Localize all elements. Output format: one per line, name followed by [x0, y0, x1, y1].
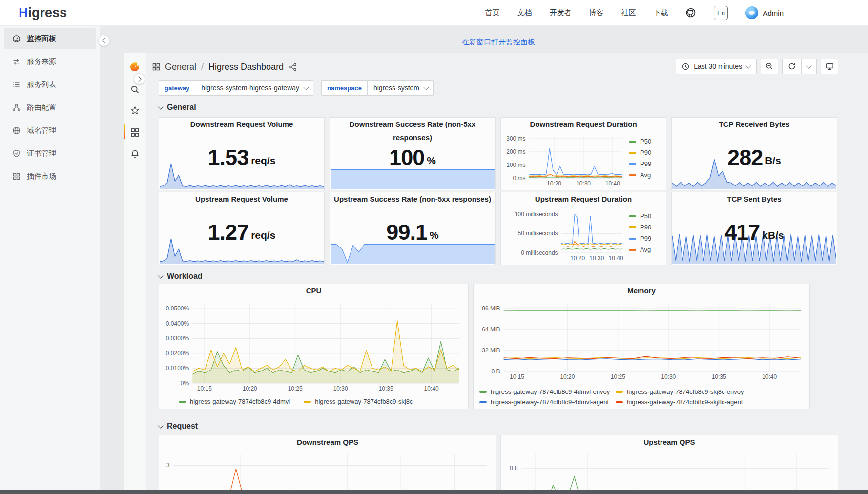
y-axis-label: 3 [166, 462, 170, 469]
sidebar-item-monitor-panel[interactable]: 监控面板 [4, 28, 96, 49]
logo-h: H [19, 5, 28, 20]
share-icon[interactable] [289, 63, 297, 71]
y-axis-label: 32 MiB [482, 347, 500, 354]
dashboards-icon[interactable] [124, 125, 146, 140]
y-axis-label: 0.0100% [166, 365, 189, 371]
legend-item[interactable]: P50 [629, 212, 664, 220]
legend-item[interactable]: higress-gateway-7874cfb8c9-skj8c-agent [616, 398, 744, 406]
legend-swatch [616, 391, 623, 393]
panel-title[interactable]: Downstream Request Duration [501, 118, 666, 131]
downstream_qps-svg: 10:1510:2010:2510:3010:3510:403210 [163, 450, 491, 490]
sidebar-item-service-list[interactable]: 服务列表 [4, 74, 96, 95]
panel-title[interactable]: Downstream Request Volume [159, 118, 324, 131]
section-title: Request [167, 422, 198, 431]
refresh-interval-button[interactable] [801, 59, 817, 74]
higress-logo[interactable]: Higress [19, 5, 67, 21]
route-icon [12, 103, 21, 112]
legend-swatch [479, 401, 487, 403]
variable-gateway-select[interactable]: higress-system-higress-gateway [195, 80, 313, 96]
sidebar-item-plugin-market[interactable]: 插件市场 [4, 166, 96, 186]
panel-title[interactable]: CPU [159, 284, 468, 297]
sidebar-item-domain-management[interactable]: 域名管理 [4, 120, 96, 141]
sidebar-item-label: 监控面板 [27, 34, 56, 43]
legend-item[interactable]: P90 [629, 224, 664, 231]
sidebar-item-certificate-management[interactable]: 证书管理 [4, 143, 96, 164]
panel-title[interactable]: Upstream Success Rate (non-5xx responses… [330, 192, 495, 206]
nav-download[interactable]: 下载 [653, 8, 668, 18]
timeseries-chart[interactable]: 10:1510:2010:2510:3010:3510:403210 [163, 450, 491, 490]
panel-tcp-received-bytes: TCP Received Bytes 282B/s [671, 117, 837, 190]
sidebar-collapse-button[interactable] [98, 35, 110, 46]
panel-title[interactable]: Memory [474, 284, 809, 297]
panel-downstream-success-rate: Downstream Success Rate (non-5xx respons… [330, 117, 496, 190]
timeseries-chart[interactable]: 10:2010:3010:400 milliseconds50 millisec… [503, 206, 626, 263]
nav-docs[interactable]: 文档 [517, 8, 532, 18]
sidebar-item-route-config[interactable]: 路由配置 [4, 97, 96, 118]
legend-item[interactable]: P99 [629, 160, 664, 167]
series-line [521, 476, 829, 490]
nav-blog[interactable]: 博客 [589, 8, 603, 18]
kiosk-mode-button[interactable] [821, 59, 838, 74]
sidebar-item-service-source[interactable]: 服务来源 [4, 51, 96, 72]
series-line [529, 177, 622, 178]
timeseries-chart[interactable]: 10:1510:2010:2510:3010:3510:400.80.60.40… [505, 450, 833, 490]
open-dashboard-link[interactable]: 在新窗口打开监控面板 [159, 38, 838, 47]
legend-item[interactable]: Avg [629, 246, 664, 253]
breadcrumb-folder[interactable]: General [165, 62, 196, 72]
legend-label: Avg [640, 246, 651, 253]
search-icon[interactable] [124, 82, 146, 97]
timeseries-chart[interactable]: 10:1510:2010:2510:3010:3510:400%0.0100%0… [163, 299, 463, 393]
legend-item[interactable]: higress-gateway-7874cfb8c9-4dmvl-agent [479, 398, 610, 406]
nav-developer[interactable]: 开发者 [549, 8, 571, 18]
legend-item[interactable]: Avg [629, 171, 664, 179]
star-icon[interactable] [124, 103, 146, 118]
panel-title[interactable]: Upstream Request Volume [159, 192, 324, 206]
panel-title[interactable]: Upstream QPS [501, 435, 838, 449]
section-general[interactable]: General [159, 102, 196, 113]
series-line [173, 469, 487, 490]
timeseries-chart[interactable]: 10:2010:3010:400 ms100 ms200 ms300 ms [503, 131, 626, 188]
variable-namespace-select[interactable]: higress-system [368, 80, 434, 96]
panel-title[interactable]: TCP Sent Bytes [672, 192, 837, 206]
language-toggle[interactable]: En [714, 6, 728, 20]
legend-item[interactable]: P50 [629, 138, 664, 145]
refresh-button[interactable] [782, 59, 801, 74]
variable-namespace-value: higress-system [373, 84, 419, 92]
grafana-logo-icon[interactable] [124, 60, 146, 75]
stat-number: 1.53 [208, 146, 249, 168]
legend-label: higress-gateway-7874cfb8c9-4dmvl-agent [491, 398, 609, 406]
x-axis-label: 10:40 [605, 180, 620, 187]
panel-title[interactable]: Downstream Success Rate (non-5xx respons… [330, 118, 495, 131]
legend-swatch [304, 401, 311, 403]
section-workload[interactable]: Workload [159, 270, 203, 282]
legend-item[interactable]: P90 [629, 149, 664, 156]
github-icon[interactable] [685, 7, 696, 18]
x-axis-label: 10:30 [589, 255, 604, 262]
timeseries-chart[interactable]: 10:1510:2010:2510:3010:3510:400 B32 MiB6… [477, 299, 805, 381]
x-axis-label: 10:35 [379, 385, 393, 392]
legend-item[interactable]: higress-gateway-7874cfb8c9-skj8c [304, 398, 413, 405]
y-axis-label: 50 milliseconds [518, 230, 558, 237]
chevron-down-icon [158, 104, 163, 109]
grafana-sidebar [124, 53, 146, 490]
legend-item[interactable]: higress-gateway-7874cfb8c9-4dmvl-envoy [479, 388, 610, 395]
legend-item[interactable]: higress-gateway-7874cfb8c9-4dmvl [179, 398, 290, 405]
nav-home[interactable]: 首页 [485, 8, 499, 18]
panel-title[interactable]: TCP Received Bytes [672, 118, 837, 131]
legend-label: P50 [640, 212, 651, 220]
alerting-bell-icon[interactable] [124, 146, 146, 161]
stat-unit: req/s [251, 155, 275, 166]
grafana-sidebar-expand-button[interactable] [134, 73, 145, 84]
breadcrumb-dashboard-title[interactable]: Higress Dashboard [208, 62, 284, 72]
shield-check-icon [12, 149, 21, 158]
x-axis-label: 10:30 [661, 373, 676, 380]
panel-title[interactable]: Upstream Request Duration [501, 192, 666, 206]
legend-item[interactable]: higress-gateway-7874cfb8c9-skj8c-envoy [616, 388, 744, 395]
legend-item[interactable]: P99 [629, 235, 664, 242]
time-range-picker[interactable]: Last 30 minutes [676, 59, 757, 74]
section-request[interactable]: Request [159, 420, 198, 432]
panel-title[interactable]: Downstream QPS [159, 435, 496, 449]
nav-community[interactable]: 社区 [621, 8, 636, 18]
zoom-out-button[interactable] [761, 59, 778, 74]
user-menu[interactable]: Admin [745, 6, 784, 19]
